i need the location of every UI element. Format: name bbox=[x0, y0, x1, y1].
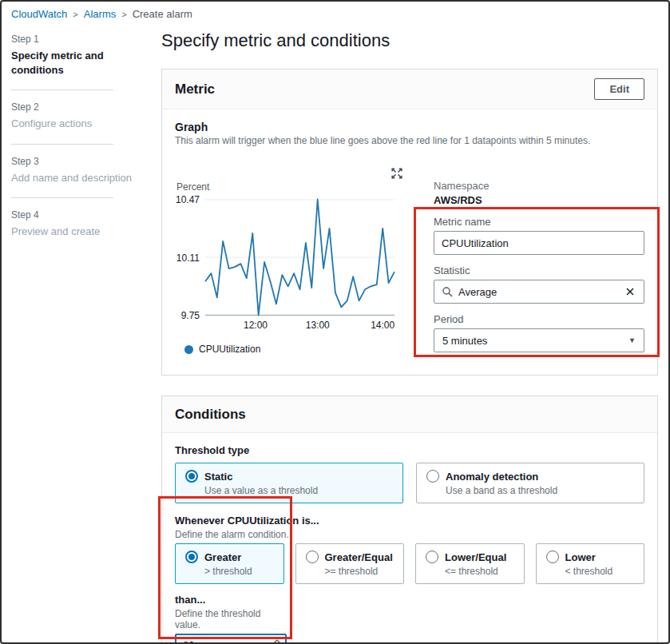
step-number: Step 1 bbox=[11, 34, 133, 45]
period-value: 5 minutes bbox=[442, 335, 487, 347]
metric-panel-title: Metric bbox=[175, 81, 215, 97]
clear-icon[interactable] bbox=[624, 285, 636, 298]
x-tick-label: 13:00 bbox=[306, 320, 330, 331]
x-tick-label: 14:00 bbox=[371, 320, 394, 331]
option-label: Greater bbox=[204, 551, 241, 563]
breadcrumb-separator: > bbox=[73, 10, 77, 19]
legend-dot bbox=[184, 345, 193, 354]
breadcrumb-link-cloudwatch[interactable]: CloudWatch bbox=[11, 8, 67, 20]
metric-fields-column: Namespace AWS/RDS Metric name Statistic bbox=[434, 161, 644, 362]
operator-option-greater-equal[interactable]: Greater/Equal >= threshold bbox=[295, 543, 405, 584]
period-label: Period bbox=[434, 313, 644, 325]
option-description: <= threshold bbox=[445, 566, 514, 577]
metric-chart bbox=[205, 199, 394, 316]
radio-button[interactable] bbox=[546, 551, 559, 563]
metric-panel-header: Metric Edit bbox=[162, 70, 657, 109]
option-description: < threshold bbox=[565, 566, 635, 577]
cloudwatch-create-alarm-screen: CloudWatch > Alarms > Create alarm Step … bbox=[0, 0, 670, 644]
namespace-label: Namespace bbox=[434, 180, 644, 192]
breadcrumb-current: Create alarm bbox=[133, 8, 192, 20]
than-label: than... bbox=[175, 594, 288, 606]
y-axis-unit-label: Percent bbox=[176, 181, 414, 193]
threshold-type-label: Threshold type bbox=[175, 444, 644, 456]
metric-panel-body: Graph This alarm will trigger when the b… bbox=[162, 109, 657, 375]
period-select[interactable]: 5 minutes ▼ bbox=[434, 328, 644, 352]
conditions-panel-title: Conditions bbox=[175, 407, 246, 423]
radio-button[interactable] bbox=[426, 470, 439, 483]
y-tick-label: 9.75 bbox=[181, 310, 200, 321]
conditions-panel: Conditions Threshold type Static Use a v… bbox=[161, 396, 658, 644]
breadcrumb-link-alarms[interactable]: Alarms bbox=[84, 8, 116, 20]
legend-item[interactable]: CPUUtilization bbox=[184, 344, 414, 355]
x-tick-label: 12:00 bbox=[244, 320, 268, 331]
statistic-field: Statistic Average bbox=[434, 264, 644, 304]
metric-name-field: Metric name bbox=[434, 216, 644, 255]
period-field: Period 5 minutes ▼ bbox=[434, 313, 644, 352]
sidebar-step-2-label: Configure actions bbox=[11, 117, 133, 131]
conditions-panel-header: Conditions bbox=[162, 396, 657, 433]
number-stepper[interactable] bbox=[273, 640, 281, 644]
option-description: > threshold bbox=[204, 566, 274, 577]
conditions-panel-body: Threshold type Static Use a value as a t… bbox=[162, 433, 657, 644]
threshold-type-options: Static Use a value as a threshold Anomal… bbox=[175, 463, 644, 503]
than-description: Define the threshold value. bbox=[175, 608, 288, 630]
option-label: Lower/Equal bbox=[445, 551, 506, 563]
expand-graph-icon[interactable] bbox=[391, 167, 403, 180]
option-label: Greater/Equal bbox=[325, 551, 393, 563]
metric-graph-area: Percent 10.4710.119.75 bbox=[175, 161, 414, 362]
statistic-value: Average bbox=[458, 286, 618, 298]
namespace-value: AWS/RDS bbox=[434, 194, 644, 206]
radio-button[interactable] bbox=[185, 470, 198, 483]
operator-options: Greater > threshold Greater/Equal >= thr… bbox=[175, 543, 644, 584]
threshold-option-static[interactable]: Static Use a value as a threshold bbox=[175, 463, 403, 503]
main-content: Specify metric and conditions Metric Edi… bbox=[161, 26, 658, 644]
statistic-input[interactable]: Average bbox=[434, 280, 644, 304]
step-number: Step 3 bbox=[11, 156, 133, 167]
option-description: >= threshold bbox=[325, 566, 394, 577]
option-label: Anomaly detection bbox=[446, 471, 538, 483]
sidebar-step-4-label: Preview and create bbox=[11, 225, 133, 239]
dropdown-arrow-icon: ▼ bbox=[628, 336, 636, 344]
step-number: Step 4 bbox=[11, 209, 133, 221]
operator-option-greater[interactable]: Greater > threshold bbox=[175, 543, 284, 584]
x-axis-labels: 12:0013:0014:00 bbox=[205, 320, 394, 332]
page-title: Specify metric and conditions bbox=[161, 30, 658, 51]
whenever-description: Define the alarm condition. bbox=[175, 529, 644, 540]
statistic-label: Statistic bbox=[434, 264, 644, 276]
search-icon bbox=[442, 286, 453, 297]
metric-name-input[interactable] bbox=[434, 231, 644, 255]
divider bbox=[11, 89, 113, 90]
sidebar-step-2: Step 2 Configure actions bbox=[11, 101, 133, 131]
radio-button[interactable] bbox=[306, 551, 319, 563]
divider bbox=[11, 144, 113, 145]
y-axis-labels: 10.4710.119.75 bbox=[175, 199, 205, 316]
stepper-up-icon[interactable] bbox=[273, 640, 281, 644]
option-description: Use a band as a threshold bbox=[446, 485, 634, 496]
breadcrumb: CloudWatch > Alarms > Create alarm bbox=[11, 8, 192, 20]
metric-panel: Metric Edit Graph This alarm will trigge… bbox=[161, 69, 658, 376]
sidebar-step-4: Step 4 Preview and create bbox=[11, 209, 133, 239]
divider bbox=[11, 197, 113, 198]
sidebar-step-1: Step 1 Specify metric and conditions bbox=[11, 34, 133, 77]
y-tick-label: 10.11 bbox=[176, 252, 200, 264]
operator-option-lower[interactable]: Lower < threshold bbox=[536, 543, 645, 584]
sidebar-step-3: Step 3 Add name and description bbox=[11, 156, 133, 185]
option-label: Lower bbox=[565, 551, 596, 563]
whenever-label: Whenever CPUUtilization is... bbox=[175, 515, 644, 527]
radio-button[interactable] bbox=[426, 551, 438, 563]
legend-label: CPUUtilization bbox=[199, 344, 260, 355]
sidebar-step-1-label[interactable]: Specify metric and conditions bbox=[11, 49, 133, 77]
radio-button[interactable] bbox=[185, 551, 198, 563]
metric-name-label: Metric name bbox=[434, 216, 644, 228]
graph-description: This alarm will trigger when the blue li… bbox=[175, 135, 644, 146]
threshold-value-input[interactable] bbox=[175, 634, 287, 644]
threshold-option-anomaly-detection[interactable]: Anomaly detection Use a band as a thresh… bbox=[416, 463, 644, 503]
breadcrumb-separator: > bbox=[121, 10, 126, 19]
wizard-steps-sidebar: Step 1 Specify metric and conditions Ste… bbox=[11, 34, 133, 239]
sidebar-step-3-label: Add name and description bbox=[11, 171, 133, 185]
edit-button[interactable]: Edit bbox=[594, 78, 644, 100]
operator-option-lower-equal[interactable]: Lower/Equal <= threshold bbox=[415, 543, 525, 584]
option-label: Static bbox=[204, 471, 232, 483]
step-number: Step 2 bbox=[11, 101, 133, 113]
option-description: Use a value as a threshold bbox=[204, 485, 393, 496]
